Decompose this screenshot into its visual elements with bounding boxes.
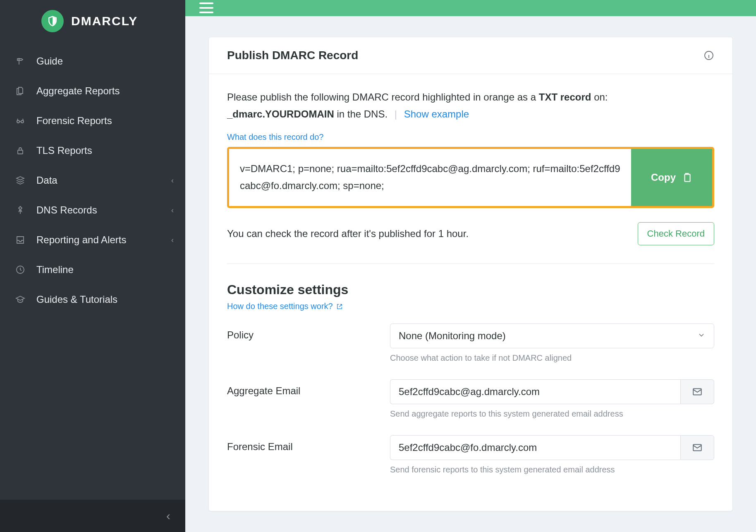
glasses-icon: [15, 115, 26, 126]
sidebar-item-dns-records[interactable]: DNS Records ‹: [0, 195, 185, 225]
sidebar-item-guides-tutorials[interactable]: Guides & Tutorials: [0, 285, 185, 314]
check-info-text: You can check the record after it's publ…: [227, 228, 469, 240]
sidebar-item-guide[interactable]: Guide: [0, 46, 185, 76]
sidebar-item-label: Timeline: [36, 264, 74, 276]
envelope-icon: [680, 379, 714, 404]
files-icon: [15, 86, 26, 96]
sidebar-item-forensic-reports[interactable]: Forensic Reports: [0, 106, 185, 136]
sidebar-nav: Guide Aggregate Reports Forensic Reports…: [0, 42, 185, 314]
brand-name: DMARCLY: [71, 14, 138, 28]
aggregate-email-label: Aggregate Email: [227, 379, 380, 397]
forensic-email-input[interactable]: [390, 435, 680, 460]
chevron-left-icon: ‹: [171, 206, 174, 215]
separator: |: [390, 108, 401, 120]
check-record-button[interactable]: Check Record: [638, 222, 714, 245]
policy-help: Choose what action to take if not DMARC …: [390, 353, 714, 363]
sidebar-item-aggregate-reports[interactable]: Aggregate Reports: [0, 76, 185, 106]
clipboard-icon: [682, 172, 692, 183]
chevron-down-icon: [697, 330, 706, 342]
aggregate-email-row: Aggregate Email Send aggregate reports t…: [227, 379, 714, 419]
forensic-email-row: Forensic Email Send forensic reports to …: [227, 435, 714, 474]
publish-dmarc-card: Publish DMARC Record Please publish the …: [208, 37, 733, 511]
chevron-left-icon: ‹: [171, 176, 174, 185]
how-settings-work-link[interactable]: How do these settings work?: [227, 302, 333, 311]
policy-label: Policy: [227, 324, 380, 341]
menu-toggle-icon[interactable]: [199, 2, 213, 13]
sidebar-item-label: TLS Reports: [36, 145, 92, 156]
sidebar-item-label: Forensic Reports: [36, 115, 112, 127]
pin-icon: [15, 205, 26, 216]
intro-text: Please publish the following DMARC recor…: [227, 89, 714, 123]
sidebar-collapse-button[interactable]: ‹: [0, 500, 185, 532]
sidebar-item-label: Guides & Tutorials: [36, 294, 117, 305]
clock-icon: [15, 264, 26, 275]
dmarc-record-box: v=DMARC1; p=none; rua=mailto:5ef2cffd9ca…: [227, 147, 714, 208]
card-title: Publish DMARC Record: [227, 49, 358, 62]
external-link-icon: [336, 303, 343, 310]
forensic-email-label: Forensic Email: [227, 435, 380, 453]
what-does-record-do-link[interactable]: What does this record do?: [227, 132, 323, 141]
svg-rect-5: [685, 175, 690, 182]
sidebar-item-label: DNS Records: [36, 204, 97, 216]
sidebar-item-timeline[interactable]: Timeline: [0, 255, 185, 285]
chevron-left-icon: ‹: [166, 509, 170, 523]
sidebar-item-label: Reporting and Alerts: [36, 234, 126, 246]
aggregate-email-input[interactable]: [390, 379, 680, 404]
main-area: Publish DMARC Record Please publish the …: [185, 0, 756, 532]
dmarc-record-value: v=DMARC1; p=none; rua=mailto:5ef2cffd9ca…: [229, 149, 631, 206]
sidebar-item-tls-reports[interactable]: TLS Reports: [0, 136, 185, 165]
policy-select[interactable]: None (Monitoring mode): [390, 324, 714, 348]
sidebar-item-label: Data: [36, 175, 57, 186]
show-example-link[interactable]: Show example: [404, 108, 469, 120]
topbar: [185, 0, 756, 16]
lock-icon: [15, 145, 26, 156]
aggregate-email-help: Send aggregate reports to this system ge…: [390, 409, 714, 419]
divider: [227, 264, 714, 264]
inbox-icon: [15, 235, 26, 245]
sidebar-item-label: Guide: [36, 55, 63, 67]
layers-icon: [15, 175, 26, 186]
chevron-left-icon: ‹: [171, 236, 174, 244]
forensic-email-help: Send forensic reports to this system gen…: [390, 465, 714, 474]
copy-button[interactable]: Copy: [631, 149, 712, 206]
envelope-icon: [680, 435, 714, 460]
customize-title: Customize settings: [227, 282, 714, 297]
info-icon[interactable]: [703, 50, 714, 61]
policy-row: Policy None (Monitoring mode) Choose wha…: [227, 324, 714, 363]
graduation-icon: [15, 294, 26, 305]
sidebar: DMARCLY Guide Aggregate Reports Forensic…: [0, 0, 185, 532]
signpost-icon: [15, 56, 26, 67]
sidebar-item-reporting-alerts[interactable]: Reporting and Alerts ‹: [0, 225, 185, 255]
svg-rect-2: [18, 150, 23, 154]
sidebar-item-data[interactable]: Data ‹: [0, 165, 185, 195]
sidebar-item-label: Aggregate Reports: [36, 85, 120, 97]
shield-icon: [41, 10, 64, 32]
brand-logo[interactable]: DMARCLY: [0, 0, 185, 42]
